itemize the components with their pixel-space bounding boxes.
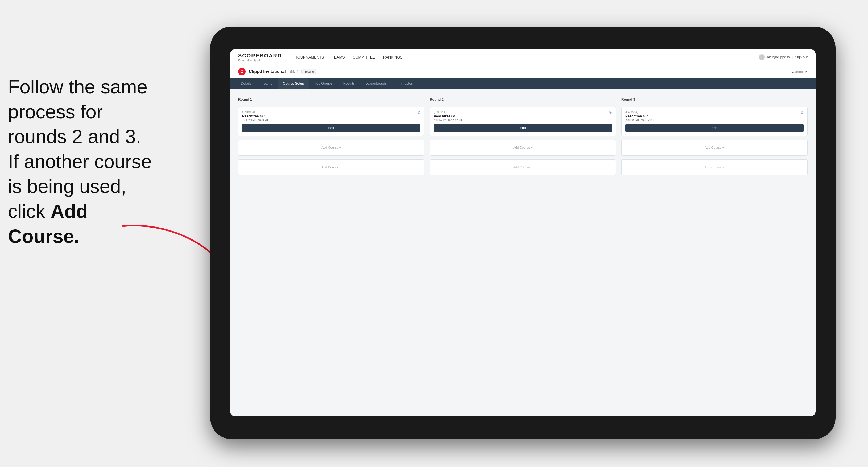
round-1-course-card: ⊗ (Course A) Peachtree GC Yellow (M) (66… [238,107,425,136]
round-1-title: Round 1 [238,97,425,101]
round-1-column: Round 1 ⊗ (Course A) Peachtree GC Yellow… [238,97,425,175]
round-1-course-name: Peachtree GC [242,114,421,118]
round-1-add-course-text-2: Add Course + [321,165,341,169]
round-3-edit-button[interactable]: Edit [625,124,804,132]
tab-leaderboards[interactable]: Leaderboards [360,78,392,89]
round-2-delete-icon[interactable]: ⊗ [608,110,613,115]
user-avatar [759,54,765,60]
round-1-add-course-1[interactable]: Add Course + [238,140,425,156]
tab-bar: Details Teams Course Setup Tee Groups Re… [230,78,815,89]
top-nav: SCOREBOARD Powered by clippd TOURNAMENTS… [230,49,815,65]
instruction-text: Follow the same process for rounds 2 and… [8,74,162,249]
tablet-screen: SCOREBOARD Powered by clippd TOURNAMENTS… [230,49,815,416]
round-1-course-detail: Yellow (M) (6629 yds) [242,118,421,121]
tab-tee-groups[interactable]: Tee Groups [309,78,338,89]
round-1-course-label: (Course A) [242,111,421,114]
sub-nav: C Clippd Invitational (Men) Hosting Canc… [230,65,815,78]
round-3-add-course-2: Add Course + [621,159,808,175]
round-2-course-label: (Course A) [434,111,612,114]
event-name: Clippd Invitational [249,69,286,74]
round-3-delete-icon[interactable]: ⊗ [799,110,805,115]
nav-rankings[interactable]: RANKINGS [383,55,403,59]
round-2-add-course-1[interactable]: Add Course + [430,140,616,156]
c-logo: C [238,68,246,75]
hosting-badge: Hosting [302,69,316,74]
round-1-add-course-text-1: Add Course + [321,146,341,150]
round-1-edit-button[interactable]: Edit [242,124,421,132]
round-3-course-detail: Yellow (M) (6629 yds) [625,118,804,121]
round-3-course-label: (Course A) [625,111,804,114]
round-3-title: Round 3 [621,97,808,101]
round-3-column: Round 3 ⊗ (Course A) Peachtree GC Yellow… [621,97,808,175]
tab-course-setup[interactable]: Course Setup [278,78,309,89]
sign-out-link[interactable]: Sign out [795,55,808,59]
logo-main: SCOREBOARD [238,53,282,59]
round-3-add-course-text-2: Add Course + [705,165,724,169]
cancel-button[interactable]: Cancel ✕ [792,70,808,74]
nav-links: TOURNAMENTS TEAMS COMMITTEE RANKINGS [295,55,748,59]
round-3-course-card: ⊗ (Course A) Peachtree GC Yellow (M) (66… [621,107,808,136]
round-2-title: Round 2 [430,97,616,101]
event-gender: (Men) [290,70,298,73]
nav-tournaments[interactable]: TOURNAMENTS [295,55,324,59]
tablet-device: SCOREBOARD Powered by clippd TOURNAMENTS… [210,27,836,439]
scoreboard-logo: SCOREBOARD Powered by clippd [238,53,282,62]
nav-teams[interactable]: TEAMS [332,55,345,59]
round-3-add-course-1[interactable]: Add Course + [621,140,808,156]
main-content: Round 1 ⊗ (Course A) Peachtree GC Yellow… [230,89,815,416]
round-2-add-course-text-2: Add Course + [513,165,533,169]
round-2-add-course-2: Add Course + [430,159,616,175]
round-2-column: Round 2 ⊗ (Course A) Peachtree GC Yellow… [430,97,616,175]
round-1-add-course-2[interactable]: Add Course + [238,159,425,175]
tab-details[interactable]: Details [236,78,257,89]
round-3-add-course-text-1: Add Course + [705,146,724,150]
tab-teams[interactable]: Teams [257,78,278,89]
logo-sub: Powered by clippd [238,59,282,62]
rounds-container: Round 1 ⊗ (Course A) Peachtree GC Yellow… [238,97,808,175]
round-1-delete-icon[interactable]: ⊗ [416,110,422,115]
round-2-course-name: Peachtree GC [434,114,612,118]
tab-printables[interactable]: Printables [392,78,418,89]
tab-results[interactable]: Results [338,78,360,89]
nav-committee[interactable]: COMMITTEE [353,55,375,59]
user-email: blair@clippd.io [767,55,789,59]
nav-right: blair@clippd.io | Sign out [759,54,808,60]
round-2-course-card: ⊗ (Course A) Peachtree GC Yellow (M) (66… [430,107,616,136]
sub-nav-left: C Clippd Invitational (Men) Hosting [238,68,316,75]
round-2-add-course-text-1: Add Course + [513,146,533,150]
round-2-edit-button[interactable]: Edit [434,124,612,132]
round-2-course-detail: Yellow (M) (6629 yds) [434,118,612,121]
round-3-course-name: Peachtree GC [625,114,804,118]
